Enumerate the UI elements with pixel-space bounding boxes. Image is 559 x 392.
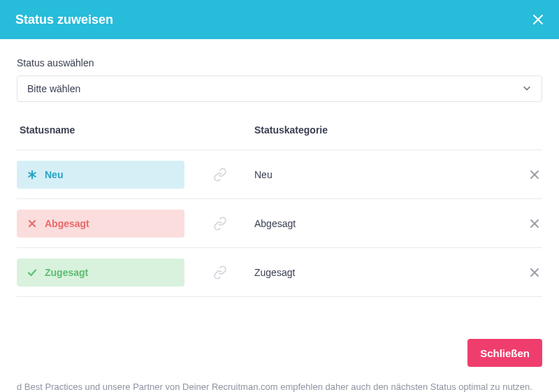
status-badge-zugesagt: Zugesagt bbox=[17, 259, 184, 286]
modal-header: Status zuweisen bbox=[0, 0, 559, 39]
link-icon bbox=[212, 265, 228, 280]
status-badge-neu: Neu bbox=[17, 161, 184, 189]
status-category: Neu bbox=[254, 169, 514, 180]
status-category: Zugesagt bbox=[254, 267, 514, 278]
status-select-placeholder: Bitte wählen bbox=[27, 83, 80, 94]
th-statusname: Statusname bbox=[17, 124, 212, 136]
link-icon bbox=[212, 167, 228, 182]
table-row: Zugesagt Zugesagt bbox=[17, 248, 542, 297]
link-icon bbox=[212, 216, 228, 231]
asterisk-icon bbox=[27, 169, 38, 180]
modal-title: Status zuweisen bbox=[15, 13, 113, 27]
status-select[interactable]: Bitte wählen bbox=[17, 75, 542, 102]
close-button[interactable]: Schließen bbox=[467, 339, 542, 367]
table-row: Abgesagt Abgesagt bbox=[17, 199, 542, 248]
status-select-label: Status auswählen bbox=[17, 57, 542, 68]
status-badge-abgesagt: Abgesagt bbox=[17, 210, 184, 238]
modal-body: Status auswählen Bitte wählen Statusname… bbox=[0, 39, 559, 304]
close-icon[interactable] bbox=[530, 11, 546, 28]
delete-row-button[interactable] bbox=[527, 265, 542, 280]
background-page-text: d Best Practices und unsere Partner von … bbox=[0, 382, 559, 392]
status-category: Abgesagt bbox=[254, 218, 514, 229]
table-header-row: Statusname Statuskategorie bbox=[17, 124, 542, 150]
chevron-down-icon bbox=[522, 83, 532, 95]
x-icon bbox=[27, 218, 38, 229]
delete-row-button[interactable] bbox=[527, 167, 542, 182]
table-row: Neu Neu bbox=[17, 150, 542, 199]
check-icon bbox=[27, 267, 38, 278]
th-statuskategorie: Statuskategorie bbox=[254, 124, 514, 136]
status-table: Statusname Statuskategorie Neu bbox=[17, 124, 542, 297]
delete-row-button[interactable] bbox=[527, 216, 542, 231]
status-name: Neu bbox=[45, 169, 63, 180]
assign-status-modal: Status zuweisen Status auswählen Bitte w… bbox=[0, 0, 559, 384]
modal-footer: Schließen bbox=[0, 339, 559, 384]
status-name: Zugesagt bbox=[45, 267, 88, 278]
status-name: Abgesagt bbox=[45, 218, 89, 229]
